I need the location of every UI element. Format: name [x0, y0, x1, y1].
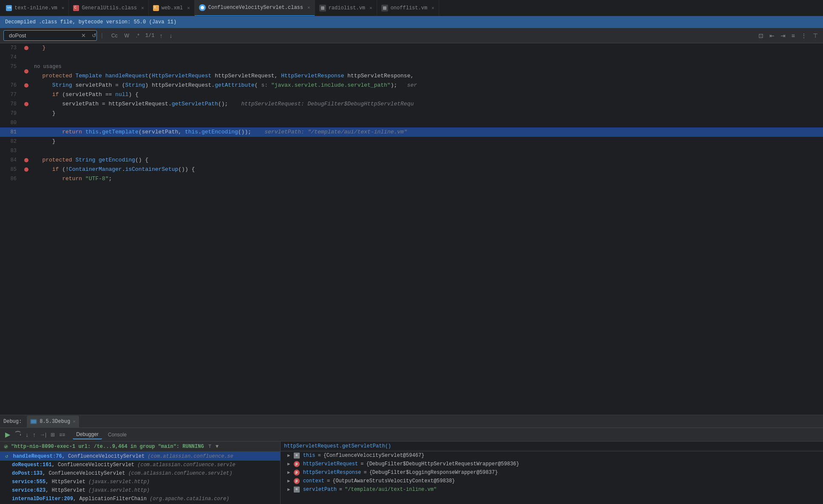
var-type-icon-this: ≡ — [294, 453, 300, 459]
code-line-78: 78 servletPath = httpServletRequest.getS… — [0, 99, 823, 109]
step-out-button[interactable]: ↑ — [31, 430, 37, 439]
line-number-79: 79 — [0, 109, 22, 118]
breakpoint-76[interactable] — [24, 83, 28, 88]
var-value-http-response: {DebugFilter$LoggingResponseWrapper@5983… — [369, 470, 498, 476]
debug-session-close-button[interactable]: ✕ — [73, 419, 76, 424]
dropdown-arrow[interactable]: ▼ — [216, 444, 219, 450]
breakpoint-78[interactable] — [24, 102, 28, 106]
frame-class-1: ConfluenceVelocityServlet — [58, 462, 134, 468]
search-clear-button[interactable]: ✕ — [79, 31, 88, 40]
frame-item-4[interactable]: service:623, HttpServlet (javax.servlet.… — [0, 486, 280, 495]
code-line-79: 79 } — [0, 109, 823, 118]
match-word-button[interactable]: W — [122, 32, 131, 40]
filter-icon[interactable]: ⊤ — [208, 443, 211, 450]
frame-item-0[interactable]: ↺ handleRequest:76, ConfluenceVelocitySe… — [0, 452, 280, 461]
tab-icon-onofflist — [381, 5, 388, 11]
svg-point-0 — [201, 6, 204, 9]
line-number-83: 83 — [0, 146, 22, 156]
match-case-button[interactable]: Cc — [109, 32, 120, 40]
var-expand-this[interactable]: ▶ — [287, 453, 290, 458]
frame-item-5[interactable]: internalDoFilter:209, ApplicationFilterC… — [0, 495, 280, 503]
search-prev-button[interactable]: ↑ — [158, 31, 164, 40]
frame-method-4: service:623 — [12, 487, 45, 493]
search-reload-button[interactable]: ↺ — [90, 31, 98, 40]
frame-class-0: ConfluenceVelocityServlet — [68, 453, 145, 459]
var-value-servlet-path: "/template/aui/text-inline.vm" — [345, 487, 437, 493]
tab-close-general-utils[interactable]: ✕ — [141, 5, 144, 11]
line-number-81: 81 — [0, 127, 22, 137]
var-item-http-request[interactable]: ▶ p httpServletRequest = {DebugFilter$De… — [281, 460, 823, 468]
var-value-context: {OutputAwareStrutsVelocityContext@59838} — [332, 478, 455, 484]
search-input-wrap: ✕ ↺ — [3, 30, 97, 41]
line-number-77: 77 — [0, 90, 22, 99]
resume-button[interactable]: ▶ — [3, 430, 12, 439]
search-next-button[interactable]: ↓ — [167, 31, 174, 40]
debugger-tab-button[interactable]: Debugger — [73, 430, 102, 439]
code-line-74: 74 — [0, 53, 823, 62]
evaluate-expr-button[interactable]: ⊞ — [49, 431, 57, 439]
var-item-http-response[interactable]: ▶ p httpServletResponse = {DebugFilter$L… — [281, 468, 823, 477]
indent-right-button[interactable]: ⇥ — [779, 31, 787, 40]
var-item-this[interactable]: ▶ ≡ this = {ConfluenceVelocityServlet@59… — [281, 451, 823, 460]
expand-icon-button[interactable]: ⊡ — [757, 31, 765, 40]
line-number-84: 84 — [0, 156, 22, 165]
tab-close-radiolist[interactable]: ✕ — [369, 5, 372, 11]
tab-confluence-velocity[interactable]: ConfluenceVelocityServlet.class ✕ — [195, 0, 315, 16]
frame-item-2[interactable]: doPost:133, ConfluenceVelocityServlet (c… — [0, 469, 280, 478]
tab-close-onofflist[interactable]: ✕ — [431, 5, 434, 11]
tab-icon-class: C — [73, 5, 79, 11]
tab-icon-confluence — [199, 4, 206, 11]
breakpoint-73[interactable] — [24, 46, 28, 50]
debug-session-tab[interactable]: 8.5.3Debug ✕ — [27, 416, 79, 428]
tab-close-web-xml[interactable]: ✕ — [187, 5, 190, 11]
tab-text-inline[interactable]: vm text-inline.vm ✕ — [2, 0, 69, 16]
align-vars-button[interactable]: ≡≡ — [57, 431, 67, 439]
tab-icon-vm: vm — [6, 5, 12, 11]
run-to-cursor-button[interactable]: →| — [38, 431, 48, 439]
frame-item-3[interactable]: service:555, HttpServlet (javax.servlet.… — [0, 478, 280, 486]
breakpoint-85[interactable] — [24, 167, 28, 172]
tab-icon-xml: X — [153, 5, 159, 11]
line-content-85: if (!ContainerManager.isContainerSetup()… — [31, 165, 195, 174]
line-content-81: return this.getTemplate(servletPath, thi… — [31, 127, 407, 137]
step-over-button[interactable] — [13, 430, 23, 439]
indent-left-button[interactable]: ⇤ — [768, 31, 776, 40]
tab-label-onofflist: onofflist.vm — [391, 5, 427, 11]
active-frame-arrow: ↺ — [5, 453, 8, 459]
breakpoint-75[interactable] — [24, 69, 28, 74]
line-content-83 — [31, 146, 32, 156]
tab-label-radiolist: radiolist.vm — [329, 5, 365, 11]
tab-close-confluence[interactable]: ✕ — [307, 5, 310, 10]
var-value-http-request: {DebugFilter$DebugHttpServletRequestWrap… — [366, 461, 519, 467]
line-gutter-78 — [22, 99, 31, 109]
var-name-servlet-path: servletPath — [303, 487, 337, 493]
tab-close-text-inline[interactable]: ✕ — [62, 5, 65, 11]
line-number-76: 76 — [0, 81, 22, 90]
filter-button[interactable]: ⊤ — [811, 31, 820, 40]
search-input[interactable] — [9, 32, 77, 39]
line-number-86: 86 — [0, 174, 22, 184]
var-expand-http-response[interactable]: ▶ — [287, 470, 290, 475]
var-item-context[interactable]: ▶ p context = {OutputAwareStrutsVelocity… — [281, 477, 823, 485]
debug-frames: "http-nio-8090-exec-1 url: /te...9,464 i… — [0, 442, 281, 504]
regex-button[interactable]: .* — [133, 32, 142, 40]
breakpoint-84[interactable] — [24, 158, 28, 162]
frame-item-1[interactable]: doRequest:161, ConfluenceVelocityServlet… — [0, 461, 280, 469]
frame-class-4: HttpServlet — [52, 487, 85, 493]
tab-radiolist[interactable]: radiolist.vm ✕ — [315, 0, 377, 16]
editor-area: 73 } 74 75 no usages protected Template … — [0, 43, 823, 415]
tab-web-xml[interactable]: X web.xml ✕ — [149, 0, 195, 16]
var-item-servlet-path[interactable]: ▶ ≡ servletPath = "/template/aui/text-in… — [281, 485, 823, 494]
var-expand-context[interactable]: ▶ — [287, 478, 290, 484]
console-tab-button[interactable]: Console — [105, 430, 130, 439]
var-expand-servlet-path[interactable]: ▶ — [287, 487, 290, 492]
tab-onofflist[interactable]: onofflist.vm ✕ — [377, 0, 439, 16]
tab-general-utils[interactable]: C GeneralUtils.class ✕ — [69, 0, 148, 16]
frame-method-2: doPost:133 — [12, 470, 43, 476]
align-button[interactable]: ≡ — [790, 31, 797, 40]
step-into-button[interactable]: ↓ — [24, 430, 30, 439]
line-content-84: protected String getEncoding() { — [31, 156, 148, 165]
search-options: Cc W .* — [109, 32, 142, 40]
more-options-button[interactable]: ⋮ — [799, 31, 809, 40]
var-expand-http-request[interactable]: ▶ — [287, 461, 290, 467]
